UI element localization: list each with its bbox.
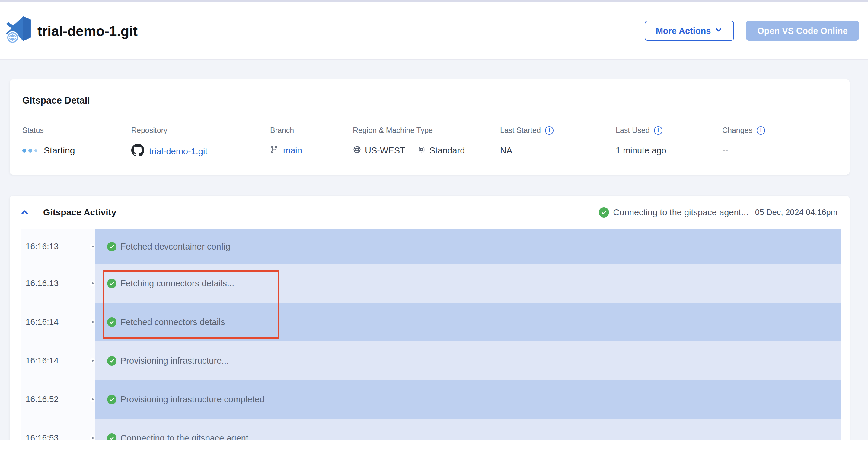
last-started-label: Last Started <box>500 126 541 135</box>
more-actions-label: More Actions <box>656 26 711 36</box>
region-value: US-WEST <box>365 146 405 155</box>
last-used-label: Last Used <box>616 126 650 135</box>
log-time: 16:16:53 <box>21 433 59 440</box>
gitspace-activity-title: Gitspace Activity <box>43 207 116 218</box>
log-time-gutter: 16:16:14 <box>21 303 95 341</box>
region-machine-label: Region & Machine Type <box>353 126 500 135</box>
log-message: Provisioning infrastructure completed <box>120 395 265 405</box>
success-check-icon <box>107 395 117 404</box>
timeline-bullet-icon <box>90 435 95 440</box>
branch-field: Branch main <box>270 126 353 159</box>
cpu-chip-icon <box>417 145 426 156</box>
log-content: Provisioning infrastructure completed <box>95 380 841 419</box>
timeline-bullet-icon <box>90 319 95 325</box>
region-machine-field: Region & Machine Type US-WEST Standard <box>353 126 500 159</box>
success-check-icon <box>107 356 117 366</box>
success-check-icon <box>107 242 117 251</box>
info-icon[interactable]: i <box>756 126 765 135</box>
info-icon[interactable]: i <box>545 126 554 135</box>
status-value: Starting <box>44 145 75 155</box>
success-check-icon <box>107 434 117 441</box>
open-vscode-online-label: Open VS Code Online <box>757 26 848 36</box>
page-title: trial-demo-1.git <box>37 23 137 39</box>
log-content: Connecting to the gitspace agent <box>95 419 841 440</box>
timeline-bullet-icon <box>90 397 95 402</box>
log-time-gutter: 16:16:13 <box>21 229 95 264</box>
log-time: 16:16:14 <box>21 356 59 366</box>
machine-type-value: Standard <box>430 146 465 155</box>
more-actions-button[interactable]: More Actions <box>645 21 734 41</box>
last-used-value: 1 minute ago <box>616 144 722 157</box>
log-message: Fetched connectors details <box>120 317 225 327</box>
log-time-gutter: 16:16:53 <box>21 419 95 440</box>
activity-log: 16:16:13 Fetched devcontainer config 16:… <box>21 229 841 440</box>
log-row: 16:16:13 Fetching connectors details... <box>21 264 841 303</box>
log-message: Connecting to the gitspace agent <box>120 433 248 441</box>
changes-value: -- <box>722 144 838 157</box>
success-check-icon <box>599 207 609 218</box>
collapse-chevron-up-icon[interactable] <box>20 207 30 218</box>
gitspace-detail-card: Gitspace Detail Status Starting Reposito… <box>10 80 849 175</box>
status-label: Status <box>22 126 131 135</box>
log-time-gutter: 16:16:13 <box>21 264 95 303</box>
log-row: 16:16:52 Provisioning infrastructure com… <box>21 380 841 419</box>
below-fold-area <box>0 440 868 464</box>
log-row: 16:16:14 Provisioning infrastructure... <box>21 341 841 380</box>
app-header: trial-demo-1.git More Actions Open VS Co… <box>0 2 868 60</box>
info-icon[interactable]: i <box>654 126 662 135</box>
branch-label: Branch <box>270 126 353 135</box>
log-time-gutter: 16:16:52 <box>21 380 95 419</box>
success-check-icon <box>107 318 117 327</box>
log-content: Provisioning infrastructure... <box>95 341 841 380</box>
gitspace-activity-card: Gitspace Activity Connecting to the gits… <box>10 196 849 440</box>
repository-link[interactable]: trial-demo-1.git <box>149 146 207 156</box>
activity-timestamp: 05 Dec, 2024 04:16pm <box>755 208 838 217</box>
last-started-value: NA <box>500 144 616 157</box>
last-started-field: Last Started i NA <box>500 126 616 159</box>
github-icon <box>131 144 144 159</box>
log-content: Fetched connectors details <box>95 303 841 341</box>
timeline-bullet-icon <box>90 244 95 249</box>
last-used-field: Last Used i 1 minute ago <box>616 126 722 159</box>
globe-icon <box>353 145 361 156</box>
log-time-gutter: 16:16:14 <box>21 341 95 380</box>
log-row: 16:16:53 Connecting to the gitspace agen… <box>21 419 841 440</box>
log-time: 16:16:13 <box>21 279 59 288</box>
changes-label: Changes <box>722 126 752 135</box>
log-message: Fetching connectors details... <box>120 279 234 289</box>
changes-field: Changes i -- <box>722 126 838 159</box>
log-time: 16:16:52 <box>21 395 59 404</box>
gitspace-detail-title: Gitspace Detail <box>22 95 838 106</box>
log-time: 16:16:13 <box>21 242 59 251</box>
log-row: 16:16:14 Fetched connectors details <box>21 303 841 341</box>
repository-field: Repository trial-demo-1.git <box>131 126 270 159</box>
activity-status-text: Connecting to the gitspace agent... <box>613 207 748 218</box>
log-row: 16:16:13 Fetched devcontainer config <box>21 229 841 264</box>
status-loading-dots-icon <box>22 149 37 152</box>
vscode-web-logo-icon <box>5 16 31 45</box>
status-field: Status Starting <box>22 126 131 159</box>
timeline-bullet-icon <box>90 281 95 286</box>
success-check-icon <box>107 279 117 288</box>
timeline-bullet-icon <box>90 358 95 364</box>
log-content: Fetched devcontainer config <box>95 229 841 264</box>
log-message: Provisioning infrastructure... <box>120 356 229 366</box>
chevron-down-icon <box>714 26 723 36</box>
log-content: Fetching connectors details... <box>95 264 841 303</box>
browser-chrome-strip <box>0 0 868 2</box>
log-time: 16:16:14 <box>21 317 59 327</box>
log-message: Fetched devcontainer config <box>120 242 230 252</box>
git-branch-icon <box>270 145 278 155</box>
repository-label: Repository <box>131 126 270 135</box>
open-vscode-online-button[interactable]: Open VS Code Online <box>746 21 859 41</box>
branch-link[interactable]: main <box>283 146 302 155</box>
